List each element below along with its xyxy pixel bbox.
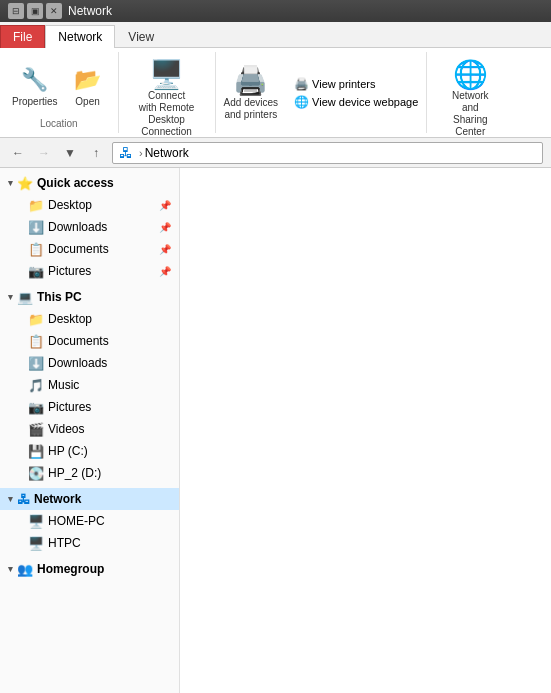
network-chevron: ▾	[8, 494, 13, 504]
ribbon-group-sharing: 🌐 Network and Sharing Center Network	[427, 52, 513, 133]
pictures-qa-icon: 📷	[28, 264, 44, 279]
sharing-buttons: 🌐 Network and Sharing Center	[435, 56, 505, 140]
hpc-icon: 💾	[28, 444, 44, 459]
this-pc-icon: 💻	[17, 290, 33, 305]
documents-pc-label: Documents	[48, 334, 109, 348]
ribbon-group-location: 🔧 Properties 📂 Open Location	[0, 52, 119, 133]
sidebar-item-videos-pc[interactable]: 🎬 Videos	[0, 418, 179, 440]
up-button[interactable]: ↑	[86, 143, 106, 163]
connect-remote-button[interactable]: 🖥️ Connect with Remote Desktop Connectio…	[127, 56, 207, 140]
downloads-pc-icon: ⬇️	[28, 356, 44, 371]
sidebar-item-documents-qa[interactable]: 📋 Documents 📌	[0, 238, 179, 260]
homepc-icon: 🖥️	[28, 514, 44, 529]
network-sidebar-icon: 🖧	[17, 492, 30, 507]
homepc-label: HOME-PC	[48, 514, 105, 528]
connect-buttons: 🖥️ Connect with Remote Desktop Connectio…	[127, 56, 207, 140]
videos-pc-icon: 🎬	[28, 422, 44, 437]
downloads-qa-label: Downloads	[48, 220, 107, 234]
sidebar-item-desktop-pc[interactable]: 📁 Desktop	[0, 308, 179, 330]
titlebar-icon1: ⊟	[8, 3, 24, 19]
this-pc-chevron: ▾	[8, 292, 13, 302]
sidebar-group-network[interactable]: ▾ 🖧 Network	[0, 488, 179, 510]
music-pc-icon: 🎵	[28, 378, 44, 393]
network-small-buttons: 🖨️ View printers 🌐 View device webpage	[290, 56, 422, 129]
hpc-label: HP (C:)	[48, 444, 88, 458]
title-bar: ⊟ ▣ ✕ Network	[0, 0, 551, 22]
add-devices-button[interactable]: 🖨️ Add devices and printers	[220, 63, 282, 123]
tab-network[interactable]: Network	[45, 25, 115, 48]
hp2-label: HP_2 (D:)	[48, 466, 101, 480]
tab-view[interactable]: View	[115, 25, 167, 48]
pictures-pc-label: Pictures	[48, 400, 91, 414]
pictures-qa-pin: 📌	[159, 266, 171, 277]
music-pc-label: Music	[48, 378, 79, 392]
properties-button[interactable]: 🔧 Properties	[8, 62, 62, 110]
documents-qa-icon: 📋	[28, 242, 44, 257]
path-separator: ›	[139, 147, 143, 159]
title-bar-controls: ⊟ ▣ ✕	[8, 3, 62, 19]
quick-access-chevron: ▾	[8, 178, 13, 188]
main-area: ▾ ⭐ Quick access 📁 Desktop 📌 ⬇️ Download…	[0, 168, 551, 693]
open-icon: 📂	[72, 64, 104, 96]
sidebar-group-this-pc[interactable]: ▾ 💻 This PC	[0, 286, 179, 308]
location-buttons: 🔧 Properties 📂 Open	[8, 56, 110, 116]
documents-qa-label: Documents	[48, 242, 109, 256]
window-title: Network	[68, 4, 112, 18]
homegroup-label: Homegroup	[37, 562, 104, 576]
forward-button[interactable]: →	[34, 143, 54, 163]
sidebar-item-downloads-qa[interactable]: ⬇️ Downloads 📌	[0, 216, 179, 238]
pictures-qa-label: Pictures	[48, 264, 91, 278]
desktop-pc-label: Desktop	[48, 312, 92, 326]
open-button[interactable]: 📂 Open	[66, 62, 110, 110]
sidebar-item-pictures-qa[interactable]: 📷 Pictures 📌	[0, 260, 179, 282]
sidebar-group-quick-access[interactable]: ▾ ⭐ Quick access	[0, 172, 179, 194]
address-path[interactable]: 🖧 › Network	[112, 142, 543, 164]
recent-locations-button[interactable]: ▼	[60, 143, 80, 163]
network-sharing-button[interactable]: 🌐 Network and Sharing Center	[435, 56, 505, 140]
quick-access-label: Quick access	[37, 176, 114, 190]
downloads-qa-pin: 📌	[159, 222, 171, 233]
sidebar-item-htpc[interactable]: 🖥️ HTPC	[0, 532, 179, 554]
back-button[interactable]: ←	[8, 143, 28, 163]
sidebar-item-music-pc[interactable]: 🎵 Music	[0, 374, 179, 396]
sidebar-item-hpc[interactable]: 💾 HP (C:)	[0, 440, 179, 462]
view-printers-button[interactable]: 🖨️ View printers	[290, 76, 422, 92]
sidebar-item-desktop-qa[interactable]: 📁 Desktop 📌	[0, 194, 179, 216]
location-group-label: Location	[40, 118, 78, 129]
sidebar-item-hp2[interactable]: 💽 HP_2 (D:)	[0, 462, 179, 484]
properties-label: Properties	[12, 96, 58, 108]
homegroup-chevron: ▾	[8, 564, 13, 574]
desktop-qa-icon: 📁	[28, 198, 44, 213]
sidebar-item-documents-pc[interactable]: 📋 Documents	[0, 330, 179, 352]
add-devices-label: Add devices and printers	[224, 97, 278, 121]
sidebar-item-downloads-pc[interactable]: ⬇️ Downloads	[0, 352, 179, 374]
titlebar-icon2: ▣	[27, 3, 43, 19]
network-sharing-icon: 🌐	[454, 58, 486, 90]
add-devices-icon: 🖨️	[235, 65, 267, 97]
htpc-icon: 🖥️	[28, 536, 44, 551]
sidebar: ▾ ⭐ Quick access 📁 Desktop 📌 ⬇️ Download…	[0, 168, 180, 693]
quick-access-icon: ⭐	[17, 176, 33, 191]
pictures-pc-icon: 📷	[28, 400, 44, 415]
sidebar-group-homegroup[interactable]: ▾ 👥 Homegroup	[0, 558, 179, 580]
view-printers-label: View printers	[312, 78, 375, 90]
sidebar-item-homepc[interactable]: 🖥️ HOME-PC	[0, 510, 179, 532]
videos-pc-label: Videos	[48, 422, 84, 436]
view-device-webpage-button[interactable]: 🌐 View device webpage	[290, 94, 422, 110]
desktop-qa-label: Desktop	[48, 198, 92, 212]
view-device-webpage-label: View device webpage	[312, 96, 418, 108]
path-network-icon: 🖧	[119, 145, 133, 161]
tab-file[interactable]: File	[0, 25, 45, 48]
path-network-label: Network	[145, 146, 189, 160]
ribbon-group-network: 🖨️ Add devices and printers 🖨️ View prin…	[216, 52, 428, 133]
documents-pc-icon: 📋	[28, 334, 44, 349]
ribbon: 🔧 Properties 📂 Open Location 🖥️ Connect …	[0, 48, 551, 138]
this-pc-label: This PC	[37, 290, 82, 304]
sidebar-item-pictures-pc[interactable]: 📷 Pictures	[0, 396, 179, 418]
titlebar-icon3: ✕	[46, 3, 62, 19]
network-sidebar-label: Network	[34, 492, 81, 506]
connect-remote-label: Connect with Remote Desktop Connection	[139, 90, 195, 138]
downloads-qa-icon: ⬇️	[28, 220, 44, 235]
content-area	[180, 168, 551, 693]
network-sharing-label: Network and Sharing Center	[442, 90, 498, 138]
